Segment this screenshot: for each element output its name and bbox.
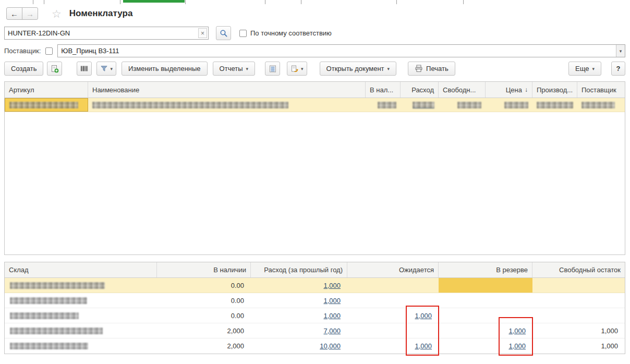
expected-link[interactable]: 1,000	[415, 312, 432, 320]
consumption-link[interactable]: 1,000	[323, 282, 341, 289]
column-cena[interactable]: Цена ↓	[486, 82, 532, 98]
column-v-nalichii[interactable]: В наличии	[157, 262, 251, 277]
page-title: Номенклатура	[69, 8, 133, 19]
cell-available[interactable]: 0.00	[157, 308, 251, 323]
column-v-rezerve[interactable]: В резерве	[439, 262, 532, 277]
supplier-input[interactable]	[58, 47, 616, 55]
stock-row[interactable]: 2,000 10,000 1,000 1,000 1,000	[5, 338, 625, 354]
cell-expected[interactable]	[347, 323, 439, 338]
stock-row[interactable]: 2,000 7,000 1,000 1,000	[5, 323, 625, 338]
cell-reserve[interactable]	[439, 293, 532, 308]
cell-postavshik[interactable]	[577, 98, 625, 112]
cell-consumption[interactable]: 1,000	[251, 278, 347, 293]
cell-reserve[interactable]: 1,000	[439, 323, 532, 338]
reserve-link[interactable]: 1,000	[508, 327, 526, 335]
cell-warehouse[interactable]	[5, 278, 157, 293]
consumption-link[interactable]: 7,000	[323, 327, 341, 335]
reserve-link[interactable]: 1,000	[508, 342, 526, 350]
create-group-button[interactable]	[47, 62, 62, 76]
cell-expected[interactable]	[347, 278, 439, 293]
cell-reserve-current[interactable]	[439, 278, 532, 293]
exact-match-checkbox[interactable]	[239, 30, 247, 37]
cell-warehouse[interactable]	[5, 308, 157, 323]
edit-selected-button[interactable]: Изменить выделенные	[122, 62, 208, 76]
cell-expected[interactable]	[347, 293, 439, 308]
reports-button[interactable]: Отчеты ▾	[213, 62, 255, 76]
nomenclature-row-selected[interactable]	[5, 98, 625, 112]
redacted-supplier	[581, 102, 615, 108]
column-sklad[interactable]: Склад	[5, 262, 157, 277]
filter-button[interactable]: ▾	[96, 62, 116, 76]
stock-row[interactable]: 0.00 1,000	[5, 278, 625, 293]
cell-free[interactable]: 1,000	[532, 323, 625, 338]
search-button[interactable]	[216, 26, 231, 40]
active-tab-indicator[interactable]	[123, 0, 185, 3]
column-artikul[interactable]: Артикул	[5, 82, 88, 98]
list-view-button[interactable]	[265, 62, 280, 76]
cell-reserve[interactable]: 1,000	[439, 338, 532, 354]
cell-svobodno[interactable]	[439, 98, 486, 112]
cell-reserve[interactable]	[439, 308, 532, 323]
cell-expected[interactable]: 1,000	[347, 308, 439, 323]
cell-rashod[interactable]	[401, 98, 439, 112]
cell-artikul[interactable]	[5, 98, 88, 112]
column-ozhidaetsya[interactable]: Ожидается	[347, 262, 439, 277]
cell-available[interactable]: 2,000	[157, 323, 251, 338]
expected-link[interactable]: 1,000	[415, 342, 432, 350]
forward-button[interactable]: →	[22, 7, 38, 20]
search-row: × По точному соответствию	[4, 26, 332, 40]
cell-cena[interactable]	[486, 98, 532, 112]
stock-row[interactable]: 0.00 1,000	[5, 293, 625, 308]
create-based-on-button[interactable]: ▾	[287, 62, 307, 76]
open-document-button[interactable]: Открыть документ ▾	[320, 62, 397, 76]
cell-consumption[interactable]: 1,000	[251, 308, 347, 323]
column-postavshik[interactable]: Поставщик	[577, 82, 625, 98]
column-svobodny-ostatok[interactable]: Свободный остаток	[532, 262, 625, 277]
toolbar: Создать ▾ Изменить выделенные Отчеты ▾	[4, 62, 625, 76]
search-input[interactable]	[5, 29, 198, 37]
cell-v-nalichii[interactable]	[366, 98, 401, 112]
cell-consumption[interactable]: 10,000	[251, 338, 347, 354]
cell-consumption[interactable]: 7,000	[251, 323, 347, 338]
column-proizvoditel[interactable]: Производ...	[532, 82, 577, 98]
supplier-dropdown-button[interactable]: ▾	[616, 45, 625, 57]
help-button[interactable]: ?	[611, 62, 625, 76]
create-button[interactable]: Создать	[4, 62, 43, 76]
supplier-checkbox[interactable]	[45, 47, 53, 55]
supplier-combo: ▾	[57, 44, 625, 57]
cell-free[interactable]	[532, 278, 625, 293]
print-button[interactable]: Печать	[408, 62, 455, 76]
favorite-star-icon[interactable]: ☆	[52, 8, 62, 19]
cell-warehouse[interactable]	[5, 323, 157, 338]
consumption-link[interactable]: 10,000	[320, 342, 341, 350]
tab-separator	[463, 0, 464, 4]
barcode-button[interactable]	[77, 62, 92, 76]
cell-warehouse[interactable]	[5, 293, 157, 308]
column-naimenovanie[interactable]: Наименование	[88, 82, 366, 98]
cell-proizvoditel[interactable]	[532, 98, 577, 112]
back-button[interactable]: ←	[6, 7, 22, 20]
cell-naimenovanie[interactable]	[88, 98, 366, 112]
cell-available[interactable]: 0.00	[157, 293, 251, 308]
cell-warehouse[interactable]	[5, 338, 157, 354]
cell-free[interactable]: 1,000	[532, 338, 625, 354]
help-label: ?	[616, 65, 621, 72]
open-document-label: Открыть документ	[326, 65, 384, 72]
column-rashod[interactable]: Расход	[401, 82, 439, 98]
consumption-link[interactable]: 1,000	[323, 312, 341, 320]
column-svobodno[interactable]: Свободн...	[439, 82, 486, 98]
forward-arrow-icon: →	[26, 9, 34, 18]
column-rashod-god[interactable]: Расход (за прошлый год)	[251, 262, 347, 277]
cell-free[interactable]	[532, 308, 625, 323]
clear-search-button[interactable]: ×	[198, 28, 207, 38]
more-button[interactable]: Еще ▾	[568, 62, 601, 76]
cell-available[interactable]: 2,000	[157, 338, 251, 354]
column-v-nalichii[interactable]: В нал...	[366, 82, 401, 98]
cell-free[interactable]	[532, 293, 625, 308]
cell-available[interactable]: 0.00	[157, 278, 251, 293]
cell-consumption[interactable]: 1,000	[251, 293, 347, 308]
cell-expected[interactable]: 1,000	[347, 338, 439, 354]
consumption-link[interactable]: 1,000	[323, 297, 341, 305]
column-cena-label: Цена	[506, 86, 522, 94]
stock-row[interactable]: 0.00 1,000 1,000	[5, 308, 625, 323]
